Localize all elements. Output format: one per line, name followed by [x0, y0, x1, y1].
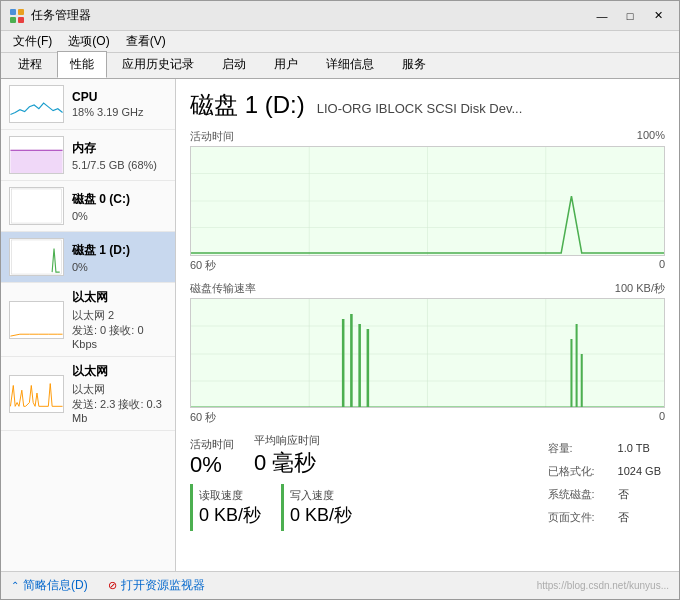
menu-file[interactable]: 文件(F) — [5, 31, 60, 52]
maximize-button[interactable]: □ — [617, 6, 643, 26]
page-file-label: 页面文件: — [544, 506, 614, 529]
response-stat: 平均响应时间 0 毫秒 — [254, 433, 320, 478]
activity-label: 活动时间 — [190, 129, 234, 144]
close-button[interactable]: ✕ — [645, 6, 671, 26]
title-bar-left: 任务管理器 — [9, 7, 91, 24]
formatted-value: 1024 GB — [614, 460, 665, 483]
transfer-time: 60 秒 — [190, 410, 216, 425]
transfer-label: 磁盘传输速率 — [190, 281, 256, 296]
page-file-row: 页面文件: 否 — [544, 506, 665, 529]
transfer-chart-section: 磁盘传输速率 100 KB/秒 — [190, 281, 665, 425]
capacity-label: 容量: — [544, 437, 614, 460]
formatted-row: 已格式化: 1024 GB — [544, 460, 665, 483]
menu-bar: 文件(F) 选项(O) 查看(V) — [1, 31, 679, 53]
eth1-chart-svg — [10, 302, 63, 338]
svg-rect-4 — [10, 86, 62, 122]
eth2-info: 以太网 以太网 发送: 2.3 接收: 0.3 Mb — [72, 363, 167, 424]
detail-title: 磁盘 1 (D:) — [190, 89, 305, 121]
no-icon: ⊘ — [108, 579, 117, 592]
tab-details[interactable]: 详细信息 — [313, 51, 387, 78]
response-value: 0 毫秒 — [254, 448, 320, 478]
disk0-chart-svg — [10, 188, 63, 224]
activity-chart-labels: 活动时间 100% — [190, 129, 665, 144]
memory-mini-chart — [9, 136, 64, 174]
bottom-bar: ⌃ 简略信息(D) ⊘ 打开资源监视器 https://blog.csdn.ne… — [1, 571, 679, 599]
tab-services[interactable]: 服务 — [389, 51, 439, 78]
title-bar: 任务管理器 — □ ✕ — [1, 1, 679, 31]
app-icon — [9, 8, 25, 24]
svg-rect-3 — [18, 17, 24, 23]
read-value: 0 KB/秒 — [199, 503, 261, 527]
transfer-chart-labels: 磁盘传输速率 100 KB/秒 — [190, 281, 665, 296]
activity-stat-label: 活动时间 — [190, 437, 234, 452]
stats-section: 活动时间 0% 平均响应时间 0 毫秒 读取速度 0 KB/秒 — [190, 433, 665, 531]
menu-options[interactable]: 选项(O) — [60, 31, 117, 52]
write-label: 写入速度 — [290, 488, 352, 503]
tab-process[interactable]: 进程 — [5, 51, 55, 78]
chevron-up-icon: ⌃ — [11, 580, 19, 591]
disk0-mini-chart — [9, 187, 64, 225]
tab-startup[interactable]: 启动 — [209, 51, 259, 78]
transfer-chart — [190, 298, 665, 408]
right-stats: 容量: 1.0 TB 已格式化: 1024 GB 系统磁盘: 否 页面文件: — [544, 437, 665, 531]
left-stats: 活动时间 0% 平均响应时间 0 毫秒 读取速度 0 KB/秒 — [190, 433, 372, 531]
disk0-title: 磁盘 0 (C:) — [72, 191, 167, 208]
eth2-sub1: 以太网 — [72, 382, 167, 397]
svg-rect-0 — [10, 9, 16, 15]
svg-rect-12 — [10, 302, 62, 338]
system-disk-label: 系统磁盘: — [544, 483, 614, 506]
side-stats-table: 容量: 1.0 TB 已格式化: 1024 GB 系统磁盘: 否 页面文件: — [544, 437, 665, 529]
svg-rect-2 — [10, 17, 16, 23]
svg-rect-6 — [10, 150, 62, 173]
tab-performance[interactable]: 性能 — [57, 51, 107, 78]
memory-info: 内存 5.1/7.5 GB (68%) — [72, 140, 167, 171]
speed-row: 读取速度 0 KB/秒 写入速度 0 KB/秒 — [190, 484, 372, 531]
system-disk-row: 系统磁盘: 否 — [544, 483, 665, 506]
transfer-bottom: 60 秒 0 — [190, 410, 665, 425]
sidebar-item-disk1[interactable]: 磁盘 1 (D:) 0% — [1, 232, 175, 283]
activity-bottom: 60 秒 0 — [190, 258, 665, 273]
cpu-sub: 18% 3.19 GHz — [72, 106, 167, 118]
sidebar-item-eth2[interactable]: 以太网 以太网 发送: 2.3 接收: 0.3 Mb — [1, 357, 175, 431]
transfer-max: 100 KB/秒 — [615, 281, 665, 296]
disk0-info: 磁盘 0 (C:) 0% — [72, 191, 167, 222]
svg-rect-1 — [18, 9, 24, 15]
response-label: 平均响应时间 — [254, 433, 320, 448]
monitor-button[interactable]: ⊘ 打开资源监视器 — [108, 577, 205, 594]
tab-users[interactable]: 用户 — [261, 51, 311, 78]
sidebar-item-disk0[interactable]: 磁盘 0 (C:) 0% — [1, 181, 175, 232]
menu-view[interactable]: 查看(V) — [118, 31, 174, 52]
sidebar-item-eth1[interactable]: 以太网 以太网 2 发送: 0 接收: 0 Kbps — [1, 283, 175, 357]
sidebar: CPU 18% 3.19 GHz 内存 5.1/7.5 GB (68%) — [1, 79, 176, 571]
disk1-title: 磁盘 1 (D:) — [72, 242, 167, 259]
task-manager-window: 任务管理器 — □ ✕ 文件(F) 选项(O) 查看(V) 进程 性能 应用历史… — [0, 0, 680, 600]
activity-max: 100% — [637, 129, 665, 144]
disk1-chart-svg — [10, 239, 63, 275]
minimize-button[interactable]: — — [589, 6, 615, 26]
summary-label: 简略信息(D) — [23, 577, 88, 594]
svg-rect-8 — [10, 188, 62, 224]
eth1-title: 以太网 — [72, 289, 167, 306]
summary-button[interactable]: ⌃ 简略信息(D) — [11, 577, 88, 594]
memory-title: 内存 — [72, 140, 167, 157]
sidebar-item-cpu[interactable]: CPU 18% 3.19 GHz — [1, 79, 175, 130]
tab-bar: 进程 性能 应用历史记录 启动 用户 详细信息 服务 — [1, 53, 679, 79]
page-file-value: 否 — [614, 506, 665, 529]
activity-chart-svg — [191, 147, 664, 255]
eth1-mini-chart — [9, 301, 64, 339]
main-content: CPU 18% 3.19 GHz 内存 5.1/7.5 GB (68%) — [1, 79, 679, 571]
write-value: 0 KB/秒 — [290, 503, 352, 527]
read-label: 读取速度 — [199, 488, 261, 503]
window-controls: — □ ✕ — [589, 6, 671, 26]
tab-app-history[interactable]: 应用历史记录 — [109, 51, 207, 78]
cpu-info: CPU 18% 3.19 GHz — [72, 90, 167, 118]
cpu-chart-svg — [10, 86, 63, 122]
cpu-mini-chart — [9, 85, 64, 123]
disk0-sub: 0% — [72, 210, 167, 222]
window-title: 任务管理器 — [31, 7, 91, 24]
eth1-info: 以太网 以太网 2 发送: 0 接收: 0 Kbps — [72, 289, 167, 350]
sidebar-item-memory[interactable]: 内存 5.1/7.5 GB (68%) — [1, 130, 175, 181]
eth2-mini-chart — [9, 375, 64, 413]
write-speed-block: 写入速度 0 KB/秒 — [281, 484, 362, 531]
read-speed-block: 读取速度 0 KB/秒 — [190, 484, 271, 531]
